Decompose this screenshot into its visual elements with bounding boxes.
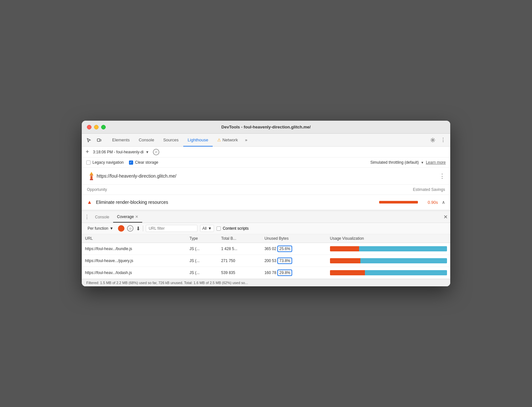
- used-bar: [330, 258, 360, 263]
- all-dropdown-arrow: ▼: [208, 226, 212, 231]
- maximize-button[interactable]: [101, 125, 106, 129]
- warning-icon: ⚠: [217, 138, 221, 142]
- url-more-icon[interactable]: ⋮: [439, 172, 446, 180]
- cell-type: JS (...: [186, 255, 218, 267]
- legacy-nav-wrap: Legacy navigation: [86, 160, 124, 165]
- url-dropdown-icon[interactable]: ▼: [145, 150, 149, 154]
- collapse-icon[interactable]: ∧: [442, 200, 445, 205]
- tab-right-icons: ⋮: [428, 136, 448, 145]
- panel-close-button[interactable]: ✕: [443, 214, 448, 220]
- clear-storage-wrap: ✓ Clear storage: [129, 160, 158, 165]
- url-filter-input[interactable]: [146, 225, 197, 232]
- cell-total: 539 835: [218, 267, 261, 279]
- usage-bar: [330, 258, 447, 263]
- opportunity-header: Opportunity Estimated Savings: [82, 185, 450, 195]
- table-row[interactable]: https://foul-heave.../jquery.jsJS (...27…: [82, 255, 450, 267]
- content-scripts-wrap: Content scripts: [217, 226, 249, 231]
- table-row[interactable]: https://foul-heav.../lodash.jsJS (...539…: [82, 267, 450, 279]
- tab-items: Elements Console Sources Lighthouse ⚠ Ne…: [108, 134, 428, 146]
- legacy-nav-label: Legacy navigation: [92, 160, 124, 165]
- tab-icons: [84, 136, 104, 145]
- table-row[interactable]: https://foul-heav.../bundle.jsJS (...1 4…: [82, 243, 450, 255]
- toolbar-divider: [143, 226, 143, 231]
- url-text: 3:18:06 PM - foul-heavenly-di: [93, 150, 144, 154]
- per-function-label: Per function: [88, 226, 108, 231]
- used-bar: [330, 246, 359, 251]
- cell-url: https://foul-heav.../bundle.js: [82, 243, 186, 255]
- tab-lighthouse[interactable]: Lighthouse: [183, 134, 213, 147]
- device-toggle-icon[interactable]: [95, 136, 104, 145]
- status-text: Filtered: 1.5 MB of 2.2 MB (68%) used so…: [86, 281, 248, 285]
- coverage-close-icon[interactable]: ✕: [135, 214, 138, 219]
- content-scripts-checkbox[interactable]: [217, 226, 221, 231]
- panel-tab-console[interactable]: Console: [91, 211, 113, 223]
- cursor-icon[interactable]: [84, 136, 93, 145]
- clear-button[interactable]: ⊘: [127, 225, 133, 232]
- col-unused: Unused Bytes: [261, 234, 327, 243]
- tab-network[interactable]: ⚠ Network: [213, 134, 242, 147]
- options-row: Legacy navigation ✓ Clear storage Simula…: [82, 158, 450, 168]
- url-display: https://foul-heavenly-direction.glitch.m…: [97, 173, 439, 179]
- close-button[interactable]: [87, 125, 91, 129]
- lighthouse-icon: [86, 171, 97, 181]
- svg-point-2: [432, 139, 434, 141]
- coverage-table-body: https://foul-heav.../bundle.jsJS (...1 4…: [82, 243, 450, 279]
- add-button[interactable]: +: [86, 148, 89, 155]
- panel-menu-icon[interactable]: ⋮: [84, 214, 90, 220]
- opportunity-text: Eliminate render-blocking resources: [96, 200, 375, 205]
- learn-more-link[interactable]: Learn more: [426, 160, 446, 165]
- throttling-dropdown-icon[interactable]: ▼: [421, 161, 424, 164]
- unused-bar: [359, 246, 447, 251]
- svg-rect-8: [90, 176, 93, 177]
- per-function-dropdown[interactable]: Per function ▼: [86, 226, 115, 231]
- toolbar-url: 3:18:06 PM - foul-heavenly-di ▼: [93, 150, 149, 154]
- tab-more-button[interactable]: »: [242, 138, 250, 142]
- more-options-icon[interactable]: ⋮: [439, 136, 448, 145]
- cell-type: JS (...: [186, 243, 218, 255]
- title-bar: DevTools - foul-heavenly-direction.glitc…: [82, 121, 450, 134]
- legacy-nav-checkbox[interactable]: [86, 160, 90, 165]
- clear-storage-checkbox[interactable]: ✓: [129, 160, 133, 165]
- opportunity-warning-icon: ▲: [87, 199, 92, 205]
- per-function-arrow: ▼: [110, 226, 113, 231]
- cell-visualization: [327, 267, 450, 279]
- used-bar: [330, 270, 365, 275]
- unused-bar: [365, 270, 447, 275]
- coverage-panel: ⋮ Console Coverage ✕ ✕ Per function ▼ ⊘ …: [82, 210, 450, 279]
- devtools-tab-bar: Elements Console Sources Lighthouse ⚠ Ne…: [82, 134, 450, 147]
- no-entry-icon[interactable]: ⊘: [153, 149, 159, 155]
- cell-unused: 365 02 25.6%: [261, 243, 327, 255]
- devtools-body: Elements Console Sources Lighthouse ⚠ Ne…: [82, 134, 450, 286]
- cell-unused: 200 53 73.8%: [261, 255, 327, 267]
- panel-tab-bar: ⋮ Console Coverage ✕ ✕: [82, 211, 450, 223]
- record-button[interactable]: [118, 225, 124, 232]
- usage-bar: [330, 246, 447, 251]
- tab-elements[interactable]: Elements: [108, 134, 134, 147]
- estimated-savings-label: Estimated Savings: [413, 187, 445, 192]
- settings-icon[interactable]: [428, 136, 437, 145]
- all-select-dropdown[interactable]: All ▼: [200, 225, 214, 232]
- cell-url: https://foul-heave.../jquery.js: [82, 255, 186, 267]
- tab-sources[interactable]: Sources: [159, 134, 183, 147]
- svg-rect-7: [90, 175, 93, 176]
- download-icon[interactable]: ⬇: [136, 226, 140, 232]
- cell-type: JS (...: [186, 267, 218, 279]
- throttling-label: Simulated throttling (default): [370, 160, 419, 165]
- percent-highlight: 73.8%: [277, 258, 292, 264]
- coverage-table-header: URL Type Total B... Unused Bytes Usage V…: [82, 234, 450, 243]
- opportunity-row: ▲ Eliminate render-blocking resources 0.…: [82, 195, 450, 210]
- tab-console[interactable]: Console: [134, 134, 159, 147]
- svg-rect-5: [90, 179, 93, 180]
- panel-tab-coverage[interactable]: Coverage ✕: [113, 211, 142, 223]
- minimize-button[interactable]: [94, 125, 99, 129]
- svg-rect-0: [97, 139, 100, 141]
- traffic-lights: [87, 125, 106, 129]
- percent-highlight: 29.8%: [277, 270, 292, 276]
- status-bar: Filtered: 1.5 MB of 2.2 MB (68%) used so…: [82, 279, 450, 286]
- savings-bar: [379, 201, 418, 204]
- window-title: DevTools - foul-heavenly-direction.glitc…: [221, 125, 311, 129]
- opportunity-label: Opportunity: [87, 187, 107, 192]
- cell-total: 271 750: [218, 255, 261, 267]
- cell-url: https://foul-heav.../lodash.js: [82, 267, 186, 279]
- devtools-window: DevTools - foul-heavenly-direction.glitc…: [82, 121, 450, 286]
